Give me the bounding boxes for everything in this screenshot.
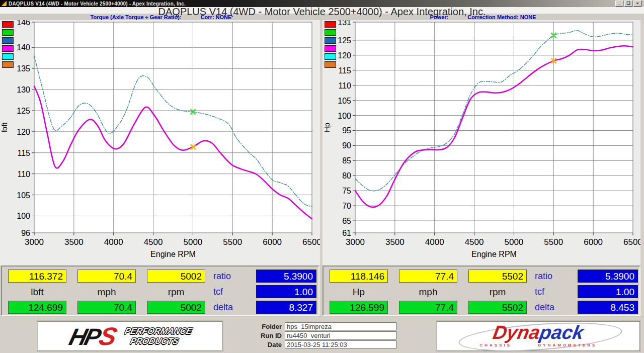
hps-tagline: PERFORMANCE PRODUCTS (121, 326, 193, 346)
power-correction-label: Correction Method: NONE (467, 14, 536, 20)
legend-swatch-4[interactable] (2, 53, 14, 60)
svg-text:130: 130 (17, 85, 30, 94)
torque-chart-header: Torque (Axle Torque ÷ Gear Ratio): Corr:… (0, 14, 322, 20)
svg-text:70: 70 (342, 202, 351, 210)
ratio-value: 5.3900 (256, 270, 316, 283)
legend-swatch-0[interactable] (325, 21, 336, 28)
torque-header-label: Torque (Axle Torque ÷ Gear Ratio): (91, 14, 182, 20)
ratio-label: ratio (535, 271, 574, 282)
dynapack-dyna-text: Dyna (492, 322, 542, 343)
hps-tagline-line2: PRODUCTS (129, 336, 190, 346)
legend-swatch-3[interactable] (325, 45, 336, 52)
power-reference-rpm: 5502 (468, 301, 527, 314)
torque-cursor-value: 116.372 (8, 270, 66, 283)
footer: HP S PERFORMANCE PRODUCTS Folder Run ID … (0, 316, 644, 353)
svg-text:5000: 5000 (505, 237, 524, 247)
delta-value: 8.453 (578, 301, 638, 314)
svg-text:Hp: Hp (323, 123, 331, 132)
hps-wordmark: HP S PERFORMANCE PRODUCTS (66, 324, 193, 349)
svg-text:90: 90 (342, 141, 351, 150)
legend-swatches (2, 21, 14, 68)
delta-value: 8.327 (256, 301, 316, 314)
svg-text:Engine RPM: Engine RPM (471, 250, 517, 258)
svg-text:96: 96 (21, 229, 30, 237)
svg-text:5000: 5000 (184, 237, 203, 247)
svg-text:140: 140 (17, 43, 30, 52)
speed-unit-label: mph (77, 287, 136, 299)
power-reference-speed: 77.4 (399, 301, 457, 314)
torque-reference-rpm: 5002 (147, 301, 205, 314)
dynapack-pack-text: pack (538, 322, 585, 343)
torque-cursor-rpm: 5002 (147, 270, 205, 283)
rpm-unit-label: rpm (147, 287, 205, 299)
date-label: Date (242, 341, 282, 348)
svg-text:110: 110 (338, 81, 351, 90)
svg-text:115: 115 (17, 149, 30, 157)
legend-swatch-2[interactable] (2, 37, 14, 44)
date-input[interactable] (285, 340, 396, 348)
legend-swatch-1[interactable] (2, 29, 14, 36)
torque-readout-panel: 116.372 70.4 5002 lbft mph rpm 124.699 7… (1, 266, 319, 316)
hps-tagline-line1: PERFORMANCE (123, 326, 193, 336)
legend-swatch-2[interactable] (325, 37, 336, 44)
power-readout-panel: 118.146 77.4 5502 Hp mph rpm 126.599 77.… (323, 266, 640, 316)
svg-text:3000: 3000 (25, 237, 44, 247)
torque-unit-label: lbft (8, 287, 66, 299)
dynapack-dynamometers-text: DYNAMOMETERS (538, 343, 597, 347)
torque-reference-value: 124.699 (8, 301, 66, 314)
legend-swatch-4[interactable] (325, 53, 336, 60)
tcf-label: tcf (535, 287, 574, 297)
run-id-field-row: Run ID (221, 331, 403, 339)
legend-swatch-1[interactable] (325, 29, 336, 36)
svg-text:135: 135 (17, 64, 30, 73)
svg-text:6500: 6500 (623, 237, 640, 247)
svg-text:100: 100 (17, 212, 30, 220)
svg-text:120: 120 (338, 51, 351, 60)
svg-text:95: 95 (342, 126, 351, 135)
torque-reference-speed: 70.4 (77, 301, 136, 314)
svg-text:3000: 3000 (346, 237, 365, 247)
svg-text:6000: 6000 (263, 237, 282, 247)
svg-text:120: 120 (17, 128, 30, 136)
svg-text:110: 110 (17, 170, 30, 179)
tcf-label: tcf (213, 287, 253, 297)
legend-swatch-3[interactable] (2, 45, 14, 52)
date-field-row: Date (221, 340, 403, 348)
power-chart-header: Power: Correction Method: NONE (322, 14, 644, 20)
folder-input[interactable] (285, 322, 396, 330)
rpm-unit-label: rpm (468, 287, 527, 299)
window-title: DAQPLUS V14 (4WD - Motor Vehicle 2500+40… (9, 1, 186, 7)
folder-field-row: Folder (221, 322, 403, 330)
speed-unit-label: mph (399, 287, 457, 299)
run-id-label: Run ID (242, 332, 282, 339)
svg-text:lbft: lbft (0, 122, 9, 133)
svg-text:5500: 5500 (544, 237, 563, 247)
legend-swatch-5[interactable] (2, 61, 14, 68)
svg-text:4500: 4500 (465, 237, 484, 247)
svg-text:146: 146 (17, 20, 30, 27)
legend-swatch-0[interactable] (2, 21, 14, 28)
svg-text:105: 105 (17, 191, 30, 200)
power-cursor-value: 118.146 (330, 270, 388, 283)
power-chart[interactable]: 1311251201151101051009590858075706561300… (323, 20, 640, 266)
run-id-input[interactable] (285, 331, 396, 339)
power-unit-label: Hp (330, 287, 388, 299)
torque-chart-panel: 1461401351301251201151101051009630003500… (0, 20, 320, 266)
hps-hp-text: HP (67, 324, 102, 348)
svg-text:125: 125 (17, 107, 30, 115)
torque-chart[interactable]: 1461401351301251201151101051009630003500… (0, 20, 320, 266)
dynapack-tagline: CHASSIS DYNAMOMETERS (437, 343, 639, 347)
delta-label: delta (535, 302, 574, 313)
tcf-value: 1.00 (256, 285, 316, 298)
legend-swatch-5[interactable] (325, 61, 336, 68)
ratio-label: ratio (213, 271, 253, 282)
svg-text:3500: 3500 (385, 237, 405, 247)
tcf-value: 1.00 (578, 285, 638, 298)
svg-text:3500: 3500 (64, 237, 84, 247)
torque-cursor-speed: 70.4 (77, 270, 136, 283)
ratio-value: 5.3900 (578, 270, 638, 283)
dynapack-chassis-text: CHASSIS (480, 343, 512, 347)
hps-logo: HP S PERFORMANCE PRODUCTS (38, 321, 222, 351)
svg-text:100: 100 (338, 112, 351, 120)
power-cursor-rpm: 5502 (468, 270, 527, 283)
